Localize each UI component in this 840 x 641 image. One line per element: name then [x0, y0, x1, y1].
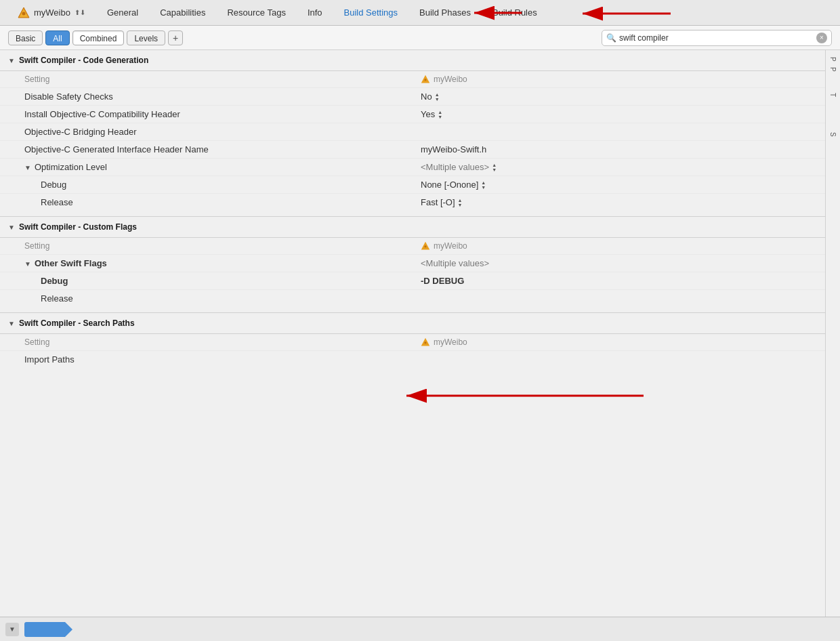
table-row: Release	[0, 290, 825, 308]
table-header-row: Setting myWeibo	[0, 238, 825, 255]
setting-name: Debug	[0, 272, 413, 290]
search-paths-table: Setting myWeibo Import Paths	[0, 334, 825, 368]
value-col-header: myWeibo	[413, 71, 825, 88]
value-col-header: myWeibo	[413, 238, 825, 255]
table-header-row: Setting myWeibo	[0, 71, 825, 88]
section-custom-flags: ▼ Swift Compiler - Custom Flags	[0, 216, 825, 238]
setting-name: Disable Safety Checks	[0, 88, 413, 106]
all-filter-btn[interactable]: All	[45, 30, 69, 45]
setting-col-header: Setting	[0, 238, 413, 255]
tab-build-rules[interactable]: Build Rules	[482, 0, 548, 26]
setting-name: Objective-C Bridging Header	[0, 123, 413, 141]
setting-value: -D DEBUG	[413, 272, 825, 290]
value-stepper[interactable]: ▲▼	[438, 110, 446, 119]
setting-col-header: Setting	[0, 71, 413, 88]
setting-value: Yes ▲▼	[413, 106, 825, 123]
value-stepper[interactable]: ▲▼	[458, 198, 466, 207]
sidebar-letter-t[interactable]: T	[828, 91, 838, 98]
sidebar-letter-s[interactable]: S	[828, 131, 838, 138]
setting-name: ▼Other Swift Flags	[0, 255, 413, 272]
svg-point-12	[424, 342, 426, 344]
settings-panel: ▼ Swift Compiler - Code Generation Setti…	[0, 50, 825, 617]
sidebar-letter-p[interactable]: P	[828, 56, 838, 63]
expand-triangle[interactable]: ▼	[24, 164, 31, 171]
top-nav-bar: myWeibo ⬆⬇ General Capabilities Resource…	[0, 0, 840, 26]
section-title: Swift Compiler - Search Paths	[19, 318, 135, 328]
tab-build-settings[interactable]: Build Settings	[333, 0, 409, 26]
collapse-triangle[interactable]: ▼	[8, 320, 15, 327]
add-setting-btn[interactable]: +	[168, 30, 183, 45]
setting-name: Release	[0, 290, 413, 308]
mini-app-icon	[421, 337, 430, 347]
app-icon	[18, 7, 30, 19]
setting-value	[413, 351, 825, 369]
setting-value: <Multiple values>	[413, 255, 825, 272]
table-row: Disable Safety Checks No ▲▼	[0, 88, 825, 106]
value-stepper[interactable]: ▲▼	[492, 163, 500, 172]
setting-name: Release	[0, 194, 413, 211]
tab-capabilities[interactable]: Capabilities	[149, 0, 216, 26]
setting-col-header: Setting	[0, 334, 413, 351]
svg-point-2	[22, 12, 26, 15]
table-row: Debug None [-Onone] ▲▼	[0, 176, 825, 194]
table-row: Objective-C Bridging Header	[0, 123, 825, 141]
search-clear-btn[interactable]: ×	[816, 33, 827, 43]
tab-build-phases[interactable]: Build Phases	[408, 0, 482, 26]
setting-value	[413, 123, 825, 141]
tag-indicator	[24, 622, 65, 637]
bottom-bar: ▼	[0, 617, 840, 641]
setting-value: <Multiple values> ▲▼	[413, 159, 825, 176]
collapse-triangle[interactable]: ▼	[8, 224, 15, 231]
levels-filter-btn[interactable]: Levels	[127, 30, 165, 45]
project-name: myWeibo	[34, 7, 70, 18]
table-row: Release Fast [-O] ▲▼	[0, 194, 825, 211]
setting-value: myWeibo-Swift.h	[413, 141, 825, 159]
value-stepper[interactable]: ▲▼	[481, 180, 489, 190]
section-search-paths: ▼ Swift Compiler - Search Paths	[0, 312, 825, 334]
setting-name: Import Paths	[0, 351, 413, 369]
debug-row: Debug -D DEBUG	[0, 272, 825, 290]
setting-value: None [-Onone] ▲▼	[413, 176, 825, 194]
expand-triangle[interactable]: ▼	[24, 260, 31, 268]
setting-name: ▼Optimization Level	[0, 159, 413, 176]
collapse-triangle[interactable]: ▼	[8, 57, 15, 64]
right-sidebar: P P T S	[825, 50, 840, 617]
table-row: Install Objective-C Compatibility Header…	[0, 106, 825, 123]
section-title: Swift Compiler - Custom Flags	[19, 222, 137, 232]
table-row: ▼Optimization Level <Multiple values> ▲▼	[0, 159, 825, 176]
section-title: Swift Compiler - Code Generation	[19, 56, 148, 65]
svg-point-8	[424, 79, 426, 81]
setting-name: Debug	[0, 176, 413, 194]
tab-info[interactable]: Info	[297, 0, 333, 26]
search-container: 🔍 ×	[602, 30, 832, 46]
bottom-triangle-btn[interactable]: ▼	[5, 623, 19, 636]
combined-filter-btn[interactable]: Combined	[72, 30, 125, 45]
table-row: Objective-C Generated Interface Header N…	[0, 141, 825, 159]
table-header-row: Setting myWeibo	[0, 334, 825, 351]
table-row: ▼Other Swift Flags <Multiple values>	[0, 255, 825, 272]
mini-app-icon	[421, 75, 430, 84]
project-title[interactable]: myWeibo ⬆⬇	[7, 7, 96, 19]
sidebar-letter-p2[interactable]: P	[828, 66, 838, 73]
setting-value: No ▲▼	[413, 88, 825, 106]
table-row: Import Paths	[0, 351, 825, 369]
value-col-header: myWeibo	[413, 334, 825, 351]
setting-value: Fast [-O] ▲▼	[413, 194, 825, 211]
mini-app-icon	[421, 241, 430, 251]
basic-filter-btn[interactable]: Basic	[8, 30, 43, 45]
setting-value	[413, 290, 825, 308]
toolbar: Basic All Combined Levels + 🔍 ×	[0, 26, 840, 50]
search-icon: 🔍	[606, 33, 616, 43]
tab-general[interactable]: General	[96, 0, 149, 26]
section-code-generation: ▼ Swift Compiler - Code Generation	[0, 50, 825, 71]
code-generation-table: Setting myWeibo Disable Safety Checks	[0, 71, 825, 211]
tab-resource-tags[interactable]: Resource Tags	[216, 0, 296, 26]
value-stepper[interactable]: ▲▼	[435, 92, 443, 102]
setting-name: Install Objective-C Compatibility Header	[0, 106, 413, 123]
setting-name: Objective-C Generated Interface Header N…	[0, 141, 413, 159]
svg-point-10	[424, 245, 426, 247]
search-input[interactable]	[619, 33, 816, 43]
custom-flags-table: Setting myWeibo ▼Other Swift Flags	[0, 238, 825, 307]
chevron-icon: ⬆⬇	[75, 9, 85, 16]
